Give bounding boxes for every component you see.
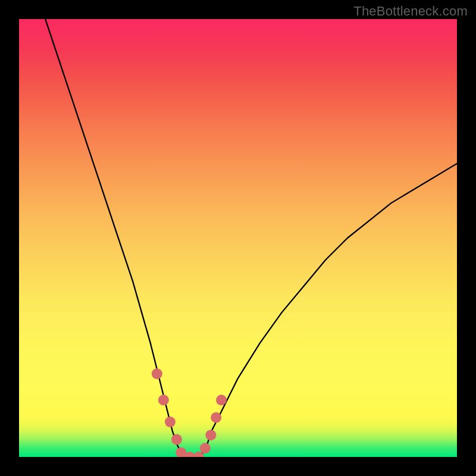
highlight-dot: [171, 434, 182, 445]
highlight-dot: [205, 430, 216, 440]
highlight-dot: [200, 443, 211, 453]
highlight-dot: [211, 412, 221, 423]
curve-layer: [19, 19, 457, 457]
highlight-dots: [152, 368, 227, 457]
watermark-text: TheBottleneck.com: [353, 4, 468, 19]
highlight-dot: [152, 368, 162, 379]
highlight-dot: [165, 416, 176, 427]
chart-frame: TheBottleneck.com: [0, 0, 476, 476]
highlight-dot: [216, 394, 227, 405]
plot-area: [19, 19, 457, 457]
highlight-dot: [158, 394, 169, 405]
bottleneck-curve: [45, 19, 457, 457]
